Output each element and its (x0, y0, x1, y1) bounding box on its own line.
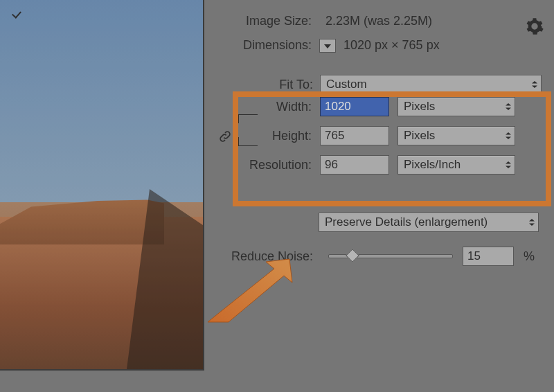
percent-symbol: % (524, 249, 535, 264)
reduce-noise-value[interactable]: 15 (463, 247, 514, 266)
height-unit-select[interactable]: Pixels (397, 126, 515, 145)
gear-icon[interactable] (525, 17, 544, 36)
image-size-line: Image Size: 2.23M (was 2.25M) (229, 14, 547, 28)
image-preview (0, 0, 204, 371)
image-size-panel: Image Size: 2.23M (was 2.25M) Dimensions… (215, 0, 554, 392)
width-unit-select[interactable]: Pixels (397, 97, 515, 116)
width-input[interactable]: 1020 (320, 97, 389, 116)
fit-to-label: Fit To: (215, 78, 313, 92)
image-size-label: Image Size: (229, 14, 312, 28)
height-label: Height: (215, 129, 312, 143)
resolution-input[interactable]: 96 (320, 155, 389, 175)
resolution-unit-select[interactable]: Pixels/Inch (397, 155, 515, 175)
reduce-noise-label: Reduce Noise: (215, 249, 313, 264)
svg-marker-0 (324, 44, 331, 48)
dimensions-unit-popup[interactable] (319, 39, 336, 53)
fit-to-select[interactable]: Custom (320, 75, 542, 94)
slider-thumb-icon[interactable] (346, 249, 359, 262)
height-input[interactable]: 765 (320, 126, 389, 145)
image-size-value: 2.23M (was 2.25M) (325, 14, 432, 28)
dimensions-line: Dimensions: 1020 px × 765 px (229, 38, 547, 53)
reduce-noise-slider[interactable] (328, 254, 453, 258)
width-label: Width: (215, 100, 312, 114)
resample-method-select[interactable]: Preserve Details (enlargement) (319, 213, 539, 232)
resolution-label: Resolution: (215, 158, 312, 172)
dimensions-label: Dimensions: (229, 38, 312, 53)
dimensions-value: 1020 px × 765 px (343, 38, 440, 52)
